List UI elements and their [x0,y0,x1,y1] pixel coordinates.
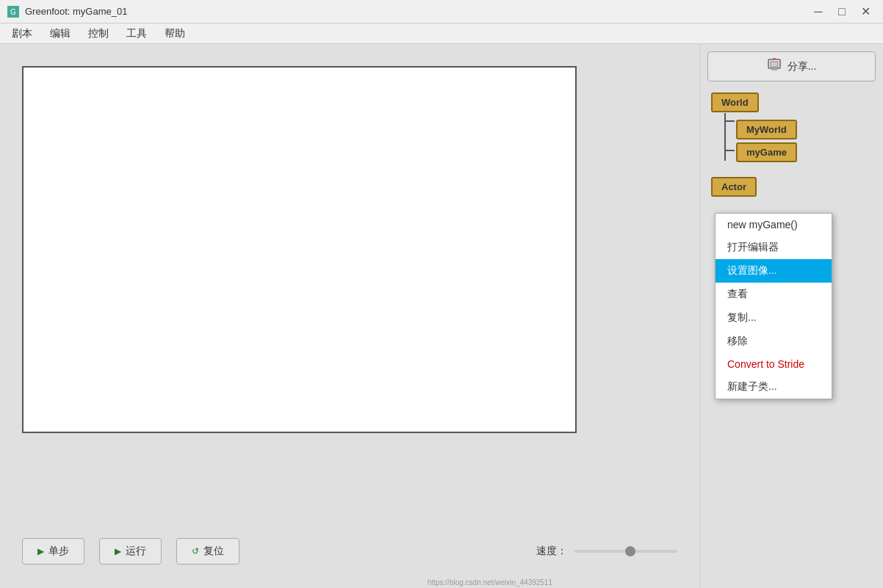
ctx-duplicate[interactable]: 复制... [716,306,832,330]
menu-item-help[interactable]: 帮助 [156,24,194,43]
svg-marker-6 [772,58,776,59]
actor-section: Actor [711,177,876,197]
window-title: Greenfoot: myGame_01 [25,6,127,17]
share-button[interactable]: 分享... [707,51,876,81]
step-icon: ▶ [37,546,44,556]
world-section: World MyWorld myGame [707,92,876,162]
ctx-new-subclass[interactable]: 新建子类... [716,375,832,399]
window-controls: ─ □ ✕ [808,1,876,22]
menu-bar: 剧本 编辑 控制 工具 帮助 [0,23,883,44]
left-area: ▶ 单步 ▶ 运行 ↺ 复位 速度： https://blog.csdn.net… [0,44,699,588]
run-icon: ▶ [115,546,121,556]
tree-h-mygame [726,150,735,151]
maximize-button[interactable]: □ [832,1,852,22]
context-menu: new myGame() 打开编辑器 设置图像... 查看 复制... 移除 C… [715,213,832,399]
class-hierarchy: World MyWorld myGame [707,89,876,200]
myworld-class-node[interactable]: MyWorld [736,120,797,139]
ctx-open-editor[interactable]: 打开编辑器 [716,236,832,259]
actor-class-node[interactable]: Actor [711,177,757,197]
speed-text: 速度： [536,545,567,558]
share-label: 分享... [788,60,817,73]
right-panel: 分享... World MyWorld [699,44,883,588]
close-button[interactable]: ✕ [855,1,876,22]
step-label: 单步 [48,545,69,558]
reset-icon: ↺ [192,546,199,556]
game-canvas [22,66,577,433]
tree-h-myworld [726,120,735,122]
app-icon: G [7,6,19,18]
svg-rect-3 [771,62,778,67]
share-icon [767,58,782,75]
svg-rect-4 [771,68,777,70]
mygame-class-node[interactable]: myGame [736,142,797,162]
minimize-button[interactable]: ─ [808,1,829,22]
run-label: 运行 [126,545,146,558]
title-bar-left: G Greenfoot: myGame_01 [7,6,127,18]
reset-label: 复位 [203,545,224,558]
reset-button[interactable]: ↺ 复位 [176,538,239,565]
menu-item-tools[interactable]: 工具 [118,24,156,43]
world-class-node[interactable]: World [711,92,759,112]
svg-text:G: G [10,8,16,16]
ctx-remove[interactable]: 移除 [716,330,832,353]
speed-slider[interactable] [574,550,677,553]
bottom-controls: ▶ 单步 ▶ 运行 ↺ 复位 速度： [7,522,692,581]
menu-item-edit[interactable]: 编辑 [41,24,79,43]
speed-control: 速度： [536,545,677,558]
title-bar: G Greenfoot: myGame_01 ─ □ ✕ [0,0,883,23]
ctx-convert-stride[interactable]: Convert to Stride [716,353,832,375]
ctx-inspect[interactable]: 查看 [716,283,832,306]
ctx-new-mygame[interactable]: new myGame() [716,214,832,236]
menu-item-control[interactable]: 控制 [79,24,118,43]
ctx-set-image[interactable]: 设置图像... [716,259,832,283]
run-button[interactable]: ▶ 运行 [99,538,162,565]
canvas-area [7,51,692,522]
menu-item-script[interactable]: 剧本 [3,24,41,43]
main-layout: ▶ 单步 ▶ 运行 ↺ 复位 速度： https://blog.csdn.net… [0,44,883,588]
watermark: https://blog.csdn.net/weixin_44392511 [428,578,552,587]
step-button[interactable]: ▶ 单步 [22,538,84,565]
